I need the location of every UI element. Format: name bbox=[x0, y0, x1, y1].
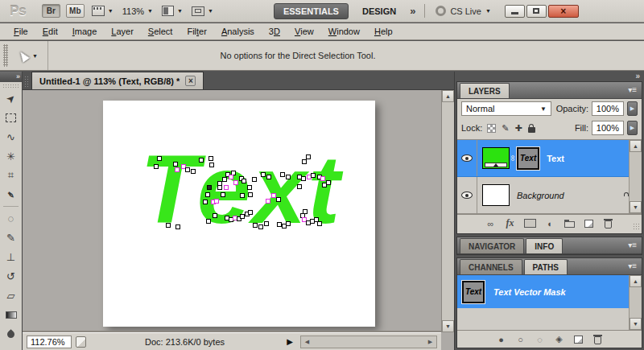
tab-paths[interactable]: PATHS bbox=[524, 259, 568, 274]
tab-channels[interactable]: CHANNELS bbox=[460, 259, 522, 274]
new-layer-button[interactable] bbox=[584, 220, 594, 228]
menu-filter[interactable]: Filter bbox=[180, 23, 213, 39]
anchor-point[interactable] bbox=[280, 172, 285, 177]
anchor-point[interactable] bbox=[301, 176, 306, 181]
anchor-point[interactable] bbox=[317, 221, 322, 226]
anchor-point[interactable] bbox=[157, 156, 162, 161]
scroll-down-icon[interactable]: ▼ bbox=[442, 320, 454, 332]
lock-all-icon[interactable] bbox=[528, 124, 535, 133]
canvas[interactable]: Text bbox=[103, 101, 375, 327]
anchor-point[interactable] bbox=[213, 213, 217, 218]
menu-window[interactable]: Window bbox=[321, 23, 367, 39]
load-path-selection-button[interactable]: ◌ bbox=[535, 335, 545, 344]
toolbox-collapse-button[interactable]: » bbox=[0, 72, 22, 82]
menu-file[interactable]: File bbox=[6, 23, 35, 39]
link-layers-button[interactable]: ∞ bbox=[485, 219, 496, 229]
resize-grip-icon[interactable] bbox=[633, 223, 640, 230]
blend-mode-select[interactable]: Normal▼ bbox=[461, 101, 551, 116]
maximize-button[interactable] bbox=[526, 5, 547, 18]
new-path-button[interactable] bbox=[573, 336, 584, 344]
menu-select[interactable]: Select bbox=[141, 23, 180, 39]
anchor-point-selected[interactable] bbox=[229, 175, 233, 179]
healing-brush-tool[interactable]: ◌ bbox=[0, 208, 22, 228]
visibility-toggle[interactable] bbox=[457, 140, 477, 176]
opacity-slider-button[interactable]: ▶ bbox=[627, 101, 638, 116]
delete-layer-button[interactable] bbox=[603, 218, 613, 229]
menu-layer[interactable]: Layer bbox=[104, 23, 141, 39]
anchor-point[interactable] bbox=[209, 163, 214, 167]
paths-scrollbar[interactable]: ▲ ▼ bbox=[629, 275, 642, 330]
anchor-point[interactable] bbox=[207, 185, 212, 190]
fill-path-button[interactable]: ● bbox=[496, 335, 506, 344]
panel-menu-icon[interactable]: ▾≡ bbox=[628, 261, 637, 270]
anchor-point[interactable] bbox=[222, 177, 227, 182]
clone-stamp-tool[interactable]: ⊥ bbox=[0, 247, 22, 266]
anchor-point[interactable] bbox=[240, 193, 245, 198]
anchor-point-selected[interactable] bbox=[224, 185, 229, 190]
add-layer-mask-button[interactable] bbox=[524, 219, 536, 228]
dodge-tool[interactable]: ◖ bbox=[0, 344, 22, 350]
anchor-point-selected[interactable] bbox=[214, 199, 219, 204]
tab-layers[interactable]: LAYERS bbox=[460, 83, 510, 98]
anchor-point[interactable] bbox=[311, 173, 316, 178]
fill-input[interactable]: 100% bbox=[592, 121, 624, 135]
arrange-documents-dropdown[interactable]: ▼ bbox=[160, 6, 184, 16]
menu-help[interactable]: Help bbox=[367, 23, 400, 39]
anchor-point-selected[interactable] bbox=[266, 199, 270, 204]
panel-menu-icon[interactable]: ▾≡ bbox=[628, 241, 637, 249]
dock-collapse-button[interactable]: » bbox=[456, 72, 642, 81]
launch-mini-bridge-button[interactable]: Mb bbox=[66, 4, 85, 18]
document-close-icon[interactable]: × bbox=[185, 76, 196, 86]
scroll-right-icon[interactable]: ▶ bbox=[425, 337, 436, 347]
workspace-design-button[interactable]: DESIGN bbox=[362, 6, 396, 16]
brush-tool[interactable]: ✎ bbox=[0, 228, 22, 247]
anchor-point[interactable] bbox=[154, 164, 159, 169]
make-work-path-button[interactable]: ◈ bbox=[554, 334, 564, 344]
anchor-point[interactable] bbox=[297, 184, 302, 189]
anchor-point[interactable] bbox=[199, 158, 204, 163]
anchor-point[interactable] bbox=[252, 177, 257, 182]
zoom-input[interactable]: 112.76% bbox=[27, 336, 72, 348]
gradient-tool[interactable] bbox=[0, 305, 22, 324]
anchor-point[interactable] bbox=[185, 167, 190, 172]
crop-tool[interactable]: ⌗ bbox=[0, 166, 22, 185]
document-tab[interactable]: Untitled-1 @ 113% (Text, RGB/8) * × bbox=[31, 72, 204, 89]
anchor-point[interactable] bbox=[175, 224, 180, 229]
menu-3d[interactable]: 3D bbox=[262, 23, 287, 39]
layer-style-button[interactable]: fx bbox=[505, 217, 515, 229]
new-group-button[interactable] bbox=[564, 219, 575, 228]
anchor-point[interactable] bbox=[286, 175, 291, 179]
scroll-up-icon[interactable]: ▲ bbox=[442, 90, 454, 102]
anchor-point[interactable] bbox=[261, 172, 266, 177]
minimize-button[interactable] bbox=[505, 5, 525, 18]
anchor-point[interactable] bbox=[276, 197, 281, 202]
anchor-point[interactable] bbox=[217, 185, 222, 190]
layer-row-text[interactable]: ∞ Text Text bbox=[457, 140, 629, 177]
tab-info[interactable]: INFO bbox=[526, 238, 563, 253]
close-button[interactable]: × bbox=[548, 5, 579, 18]
lock-position-icon[interactable]: ✚ bbox=[515, 123, 522, 134]
anchor-point[interactable] bbox=[258, 224, 263, 229]
anchor-point[interactable] bbox=[205, 192, 210, 197]
status-flyout-button[interactable]: ▶ bbox=[283, 337, 296, 346]
path-thumbnail[interactable]: Text bbox=[462, 281, 485, 303]
history-brush-tool[interactable]: ↺ bbox=[0, 266, 22, 286]
anchor-point[interactable] bbox=[206, 219, 211, 224]
anchor-point[interactable] bbox=[302, 159, 307, 164]
zoom-level-dropdown[interactable]: 113%▼ bbox=[121, 6, 155, 16]
layer-thumbnail[interactable] bbox=[482, 147, 510, 169]
lock-pixels-icon[interactable]: ✎ bbox=[502, 123, 509, 134]
vertical-scrollbar[interactable]: ▲ ▼ bbox=[441, 90, 454, 332]
scroll-left-icon[interactable]: ◀ bbox=[302, 337, 312, 347]
layer-row-background[interactable]: Background bbox=[457, 177, 629, 214]
anchor-point[interactable] bbox=[242, 179, 246, 183]
visibility-toggle[interactable] bbox=[457, 177, 477, 213]
menu-view[interactable]: View bbox=[287, 23, 321, 39]
lock-transparency-icon[interactable] bbox=[487, 124, 496, 133]
cs-live-dropdown[interactable]: CS Live▼ bbox=[436, 6, 490, 16]
stroke-path-button[interactable]: ○ bbox=[515, 335, 526, 344]
opacity-input[interactable]: 100% bbox=[592, 101, 624, 116]
tab-navigator[interactable]: NAVIGATOR bbox=[460, 238, 524, 253]
anchor-point[interactable] bbox=[221, 192, 225, 197]
path-row[interactable]: Text Text Vector Mask bbox=[457, 275, 629, 308]
